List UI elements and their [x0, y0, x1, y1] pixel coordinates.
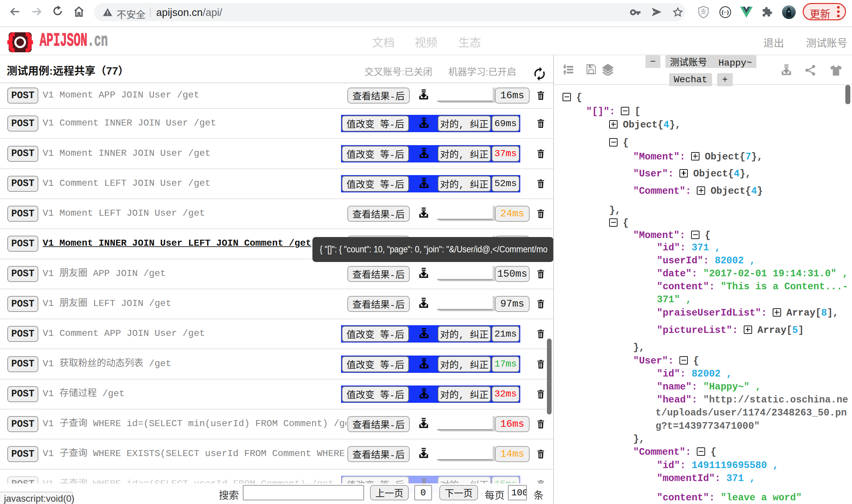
svg-text:支: 支 [700, 7, 707, 16]
svg-text:{··}: {··} [722, 9, 729, 15]
